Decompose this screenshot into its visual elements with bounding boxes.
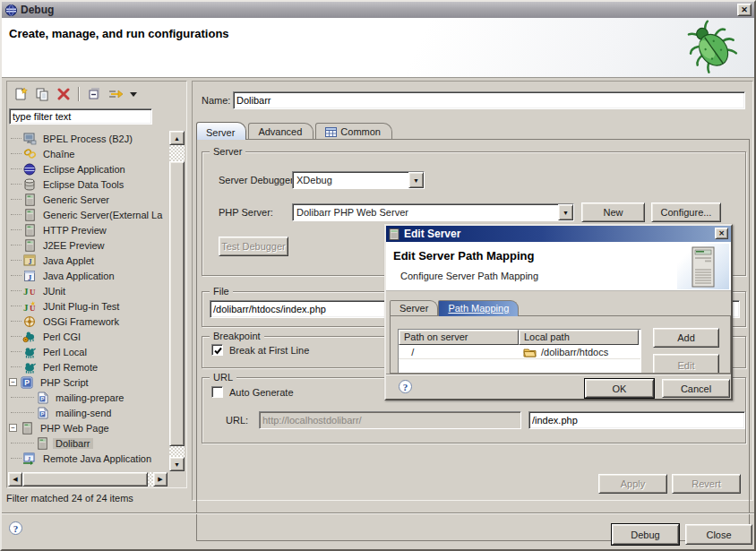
filter-icon[interactable]: [107, 86, 125, 102]
tab-server[interactable]: Server: [196, 122, 246, 140]
edit-server-titlebar[interactable]: Edit Server ✕: [386, 226, 731, 242]
server-debugger-combobox[interactable]: XDebug ▼: [292, 171, 425, 189]
tree-item-mailing-prepare[interactable]: Pmailing-prepare: [9, 390, 168, 405]
server-icon: [22, 193, 37, 206]
tree-item-osgi-framework[interactable]: OSGi Framework: [9, 314, 168, 329]
tree-item-label: HTTP Preview: [40, 225, 109, 236]
vscroll-thumb[interactable]: [169, 161, 185, 446]
collapse-all-icon[interactable]: [85, 86, 103, 102]
tree-item-generic-server-external-la[interactable]: Generic Server(External La: [9, 207, 168, 222]
eclipse-logo-icon: [5, 4, 17, 16]
edit-server-heading: Edit Server Path Mapping: [393, 249, 534, 263]
name-input[interactable]: [233, 91, 745, 109]
url-base-input[interactable]: [259, 411, 521, 429]
apply-button[interactable]: Apply: [598, 474, 667, 494]
eclipse-icon: [22, 162, 37, 176]
url-group-title: URL: [210, 372, 236, 383]
path-mapping-row[interactable]: //dolibarr/htdocs: [399, 345, 640, 359]
scroll-up-button[interactable]: ▲: [169, 131, 185, 145]
sidebar-toolbar: [9, 84, 139, 104]
svg-text:J: J: [23, 302, 29, 313]
tree-item-junit[interactable]: JUJUnit: [9, 283, 168, 298]
collapse-toggle-icon[interactable]: −: [9, 424, 17, 432]
tree-connector: [11, 290, 21, 291]
scroll-left-button[interactable]: ◀: [8, 472, 22, 486]
dialog-help-icon[interactable]: ?: [399, 380, 412, 393]
window-title: Debug: [21, 4, 54, 16]
edit-server-subheading: Configure Server Path Mapping: [400, 271, 538, 281]
tree-connector: [11, 168, 21, 169]
tree-item-generic-server[interactable]: Generic Server: [9, 192, 168, 207]
edit-server-dialog: Edit Server ✕ Edit Server Path Mapping C…: [384, 224, 733, 400]
tree-item-php-script[interactable]: −PPHP Script: [9, 375, 168, 390]
column-header-path-on-server[interactable]: Path on server: [399, 330, 519, 345]
tree-item-mailing-send[interactable]: Pmailing-send: [9, 405, 168, 420]
chevron-down-icon[interactable]: ▼: [558, 204, 573, 220]
menu-arrow-icon[interactable]: [128, 86, 139, 102]
tree-item-bpel-process-b2j[interactable]: BPEL Process (B2J): [9, 131, 168, 146]
chevron-down-icon[interactable]: ▼: [408, 172, 424, 188]
tree-item-label: Eclipse Data Tools: [40, 179, 126, 190]
tree-item-java-application[interactable]: JJava Application: [9, 268, 168, 283]
tree-item-perl-cgi[interactable]: Perl CGI: [9, 329, 168, 344]
tree-connector: [11, 458, 21, 459]
tree-item-label: JUnit Plug-in Test: [40, 301, 122, 312]
php-server-combobox[interactable]: Dolibarr PHP Web Server ▼: [292, 203, 574, 221]
tree-item-dolibarr[interactable]: Dolibarr: [9, 435, 168, 451]
tab-server-settings[interactable]: Server: [390, 300, 438, 315]
column-header-local-path[interactable]: Local path: [519, 330, 639, 345]
tree-connector: [11, 336, 21, 337]
edit-server-footer: ? OK Cancel: [386, 374, 731, 399]
test-debugger-button[interactable]: Test Debugger: [219, 237, 288, 256]
tree-item-j2ee-preview[interactable]: J2EE Preview: [9, 237, 168, 253]
tree-item-php-web-page[interactable]: −PHP Web Page: [9, 420, 168, 435]
tree-item-junit-plug-in-test[interactable]: JUJUnit Plug-in Test: [9, 298, 168, 314]
auto-generate-checkbox[interactable]: [211, 386, 223, 398]
tab-common[interactable]: Common: [315, 123, 392, 139]
debug-button[interactable]: Debug: [612, 524, 679, 545]
scroll-down-button[interactable]: ▼: [169, 457, 185, 471]
break-first-line-checkbox[interactable]: [211, 344, 223, 356]
close-button[interactable]: Close: [685, 524, 752, 545]
edit-server-header: Edit Server Path Mapping Configure Serve…: [386, 242, 731, 291]
configurations-tree: BPEL Process (B2J)ChaîneEclipse Applicat…: [9, 131, 168, 469]
tree-item-label: OSGi Framework: [40, 316, 122, 327]
tree-item-eclipse-application[interactable]: Eclipse Application: [9, 161, 168, 176]
filter-input[interactable]: [9, 108, 152, 125]
tree-item-label: Eclipse Application: [40, 164, 128, 175]
tree-connector: [11, 366, 21, 367]
new-server-button[interactable]: New: [581, 202, 645, 222]
local-path-cell: /dolibarr/htdocs: [519, 345, 639, 358]
collapse-toggle-icon[interactable]: −: [9, 378, 17, 386]
help-icon[interactable]: ?: [9, 521, 22, 535]
url-path-input[interactable]: [528, 411, 745, 429]
add-mapping-button[interactable]: Add: [653, 328, 719, 348]
window-titlebar[interactable]: Debug ✕: [2, 2, 754, 18]
edit-server-close-button[interactable]: ✕: [715, 228, 728, 239]
tree-item-eclipse-data-tools[interactable]: Eclipse Data Tools: [9, 176, 168, 192]
tab-advanced[interactable]: Advanced: [248, 123, 314, 139]
configurations-sidebar: BPEL Process (B2J)ChaîneEclipse Applicat…: [6, 81, 187, 488]
cancel-button[interactable]: Cancel: [662, 379, 730, 398]
delete-icon[interactable]: [55, 86, 73, 102]
hscroll-thumb[interactable]: [22, 472, 148, 486]
tree-item-cha-ne[interactable]: Chaîne: [9, 146, 168, 161]
tree-item-perl-local[interactable]: Perl Local: [9, 344, 168, 359]
tree-connector: [11, 214, 21, 215]
edit-mapping-button[interactable]: Edit: [653, 354, 719, 374]
scroll-right-button[interactable]: ▶: [153, 472, 168, 486]
server-icon: [22, 223, 37, 237]
tree-item-perl-remote[interactable]: Perl Remote: [9, 359, 168, 375]
ok-button[interactable]: OK: [585, 379, 654, 398]
configure-button[interactable]: Configure...: [651, 202, 721, 222]
tree-item-remote-java-application[interactable]: JRemote Java Application: [9, 451, 168, 466]
revert-button[interactable]: Revert: [672, 474, 741, 494]
server-group-title: Server: [210, 146, 245, 157]
tree-item-http-preview[interactable]: HTTP Preview: [9, 222, 168, 237]
tree-item-java-applet[interactable]: JJava Applet: [9, 253, 168, 268]
window-close-button[interactable]: ✕: [737, 4, 752, 16]
duplicate-icon[interactable]: [33, 86, 51, 102]
tree-connector: [11, 199, 21, 200]
new-config-icon[interactable]: [12, 86, 30, 102]
tab-path-mapping[interactable]: Path Mapping: [438, 300, 519, 316]
